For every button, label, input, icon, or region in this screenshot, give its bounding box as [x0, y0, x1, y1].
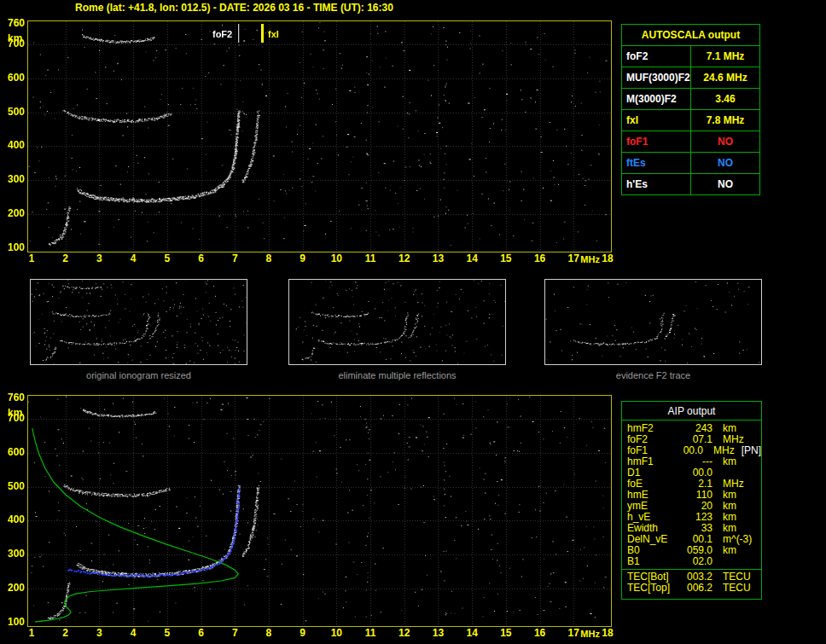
- autoscala-param-label: h'Es: [622, 174, 691, 195]
- autoscala-app-window: Rome (lat: +41.8, lon: 012.5) - DATE: 20…: [0, 0, 826, 644]
- aip-rows: hmF2243kmfoF207.1MHzfoF100.0MHz[PN]hmF1-…: [622, 421, 761, 594]
- y-axis-tick-label: 400: [1, 139, 25, 151]
- x-axis-tick-label: 1: [20, 252, 43, 264]
- x-axis-tick-label: 2: [55, 252, 77, 264]
- station-date-time-header: Rome (lat: +41.8, lon: 012.5) - DATE: 20…: [75, 2, 393, 14]
- x-axis-tick-label: 12: [393, 627, 416, 639]
- y-axis-tick-label: 100: [1, 616, 25, 628]
- aip-param-value: 00.0: [672, 445, 703, 456]
- thumbnail-eliminate-multiples: [288, 279, 506, 365]
- autoscala-param-label: fxI: [622, 110, 691, 131]
- autoscala-table-row: MUF(3000)F224.6 MHz: [622, 67, 760, 89]
- thumbnail-evidence-f2-trace: [544, 279, 762, 365]
- autoscala-param-label: foF2: [622, 46, 691, 67]
- aip-tec-separator: [622, 569, 761, 570]
- x-axis-tick-label: 5: [156, 627, 178, 639]
- x-axis-tick-label: 1: [20, 627, 43, 639]
- y-axis-tick-label: 760: [1, 17, 25, 29]
- x-axis-tick-label: 4: [122, 627, 144, 639]
- autoscala-param-value: 7.8 MHz: [691, 110, 760, 131]
- x-axis-tick-label: 15: [495, 627, 517, 639]
- x-axis-tick-label: 4: [122, 252, 144, 264]
- x-axis-tick-label: 10: [325, 252, 347, 264]
- x-axis-tick-label: 10: [325, 627, 347, 639]
- x-axis-tick-label: 13: [427, 627, 449, 639]
- aip-table-row: TEC[Top]006.2TECU: [622, 583, 761, 594]
- aip-table-row: hmF1---km: [622, 456, 761, 467]
- y-axis-tick-label: 300: [1, 548, 25, 560]
- autoscala-table-row: foF27.1 MHz: [622, 46, 760, 67]
- x-axis-tick-label: 11: [359, 252, 381, 264]
- y-axis-unit-label: km: [8, 32, 22, 44]
- aip-param-unit: km: [723, 545, 736, 556]
- y-axis-unit-label: km: [8, 407, 22, 419]
- autoscala-param-value: 3.46: [691, 89, 760, 110]
- autoscala-table-row: foF1NO: [622, 131, 760, 153]
- y-axis-tick-label: 200: [1, 207, 25, 219]
- autoscala-param-label: foF1: [622, 131, 691, 153]
- aip-param-name: TEC[Top]: [627, 583, 678, 594]
- x-axis-tick-label: 9: [292, 252, 314, 264]
- aip-param-unit: TECU: [723, 583, 751, 594]
- y-axis-tick-label: 600: [1, 446, 25, 458]
- aip-param-unit: km: [723, 456, 736, 467]
- x-axis-tick-label: 14: [461, 252, 483, 264]
- x-axis-tick-label: 14: [461, 627, 483, 639]
- y-axis-tick-label: 760: [1, 392, 25, 403]
- autoscala-output-table: AUTOSCALA outputfoF27.1 MHzMUF(3000)F224…: [621, 24, 760, 195]
- thumbnail-caption-evidence: evidence F2 trace: [544, 370, 762, 380]
- x-axis-tick-label: 3: [88, 252, 110, 264]
- x-axis-tick-label: 5: [156, 252, 178, 264]
- aip-param-name: B1: [627, 556, 678, 567]
- y-axis-tick-label: 100: [1, 241, 25, 253]
- y-axis-tick-label: 300: [1, 173, 25, 185]
- x-axis-tick-label: 11: [359, 627, 381, 639]
- autoscala-table-row: M(3000)F23.46: [622, 89, 760, 110]
- thumbnail-caption-eliminate: eliminate multiple reflections: [288, 370, 506, 380]
- autoscala-param-label: ftEs: [622, 153, 691, 174]
- aip-output-table: AIP output hmF2243kmfoF207.1MHzfoF100.0M…: [621, 401, 762, 600]
- x-axis-tick-label: 16: [529, 627, 551, 639]
- ionogram-plot-top: [27, 20, 612, 252]
- autoscala-table-row: h'EsNO: [622, 174, 760, 195]
- y-axis-tick-label: 500: [1, 480, 25, 492]
- y-axis-tick-label: 400: [1, 513, 25, 525]
- autoscala-param-value: 24.6 MHz: [691, 67, 760, 89]
- autoscala-param-value: NO: [691, 153, 760, 174]
- thumbnail-caption-original: original ionogram resized: [30, 370, 247, 380]
- autoscala-param-label: MUF(3000)F2: [622, 67, 691, 89]
- aip-param-note: [PN]: [742, 445, 761, 456]
- autoscala-table-row: fxI7.8 MHz: [622, 110, 760, 131]
- x-axis-unit-label: MHz: [580, 254, 600, 264]
- aip-table-header: AIP output: [622, 402, 761, 421]
- autoscala-param-value: 7.1 MHz: [691, 46, 760, 67]
- ionogram-plot-bottom-with-profile: [27, 395, 612, 627]
- x-axis-tick-label: 8: [258, 252, 280, 264]
- x-axis-tick-label: 3: [88, 627, 110, 639]
- aip-param-value: 02.0: [678, 556, 713, 567]
- autoscala-param-value: NO: [691, 174, 760, 195]
- x-axis-tick-label: 13: [427, 252, 449, 264]
- aip-table-row: B102.0: [622, 556, 761, 567]
- x-axis-tick-label: 15: [495, 252, 517, 264]
- x-axis-tick-label: 2: [55, 627, 77, 639]
- y-axis-tick-label: 600: [1, 72, 25, 84]
- y-axis-tick-label: 200: [1, 582, 25, 594]
- x-axis-tick-label: 8: [258, 627, 280, 639]
- autoscala-param-label: M(3000)F2: [622, 89, 691, 110]
- autoscala-table-header: AUTOSCALA output: [622, 25, 760, 46]
- thumbnail-original-ionogram: [30, 279, 247, 365]
- aip-table-row: B0059.0km: [622, 545, 761, 556]
- autoscala-param-value: NO: [691, 131, 760, 153]
- x-axis-tick-label: 6: [190, 627, 212, 639]
- x-axis-tick-label: 7: [224, 252, 246, 264]
- aip-param-value: 006.2: [678, 583, 713, 594]
- x-axis-tick-label: 12: [393, 252, 416, 264]
- autoscala-table-row: ftEsNO: [622, 153, 760, 174]
- x-axis-tick-label: 6: [190, 252, 212, 264]
- x-axis-tick-label: 16: [529, 252, 551, 264]
- x-axis-tick-label: 9: [292, 627, 314, 639]
- x-axis-tick-label: 7: [224, 627, 246, 639]
- x-axis-unit-label: MHz: [580, 629, 600, 639]
- y-axis-tick-label: 500: [1, 106, 25, 118]
